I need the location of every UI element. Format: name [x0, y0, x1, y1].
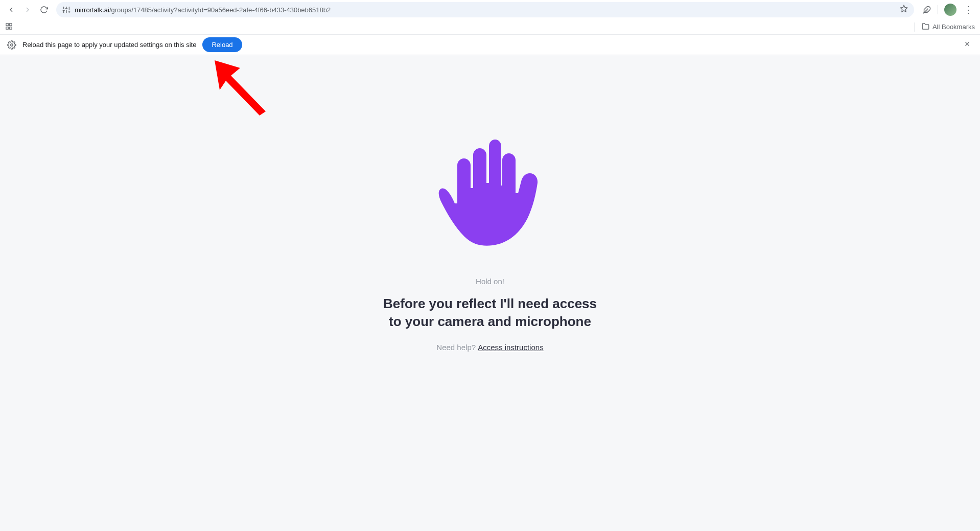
hold-on-text: Hold on! [476, 277, 504, 286]
site-settings-icon[interactable] [62, 6, 71, 14]
browser-menu-icon[interactable]: ⋮ [961, 4, 976, 15]
url-text: mirrortalk.ai/groups/17485/activity?acti… [75, 6, 896, 14]
hand-icon [436, 137, 544, 251]
reload-nav-button[interactable] [37, 3, 51, 17]
forward-button[interactable] [20, 3, 35, 17]
gear-icon [7, 40, 16, 50]
browser-toolbar: mirrortalk.ai/groups/17485/activity?acti… [0, 0, 980, 19]
all-bookmarks-label: All Bookmarks [932, 23, 975, 31]
profile-avatar[interactable] [944, 4, 956, 16]
toolbar-divider [938, 5, 938, 14]
access-instructions-link[interactable]: Access instructions [478, 343, 543, 352]
svg-marker-19 [215, 60, 266, 116]
reload-button[interactable]: Reload [202, 37, 242, 52]
svg-rect-14 [10, 27, 12, 29]
svg-point-16 [11, 43, 13, 46]
svg-rect-15 [6, 27, 8, 29]
close-icon[interactable] [962, 39, 973, 50]
bookmark-star-icon[interactable] [900, 5, 908, 15]
help-text: Need help? Access instructions [436, 343, 543, 352]
permission-heading: Before you reflect I'll need access to y… [383, 295, 597, 331]
folder-icon [922, 22, 929, 32]
svg-rect-12 [6, 23, 8, 25]
back-button[interactable] [4, 3, 18, 17]
apps-grid-icon[interactable] [5, 22, 13, 32]
extensions-icon[interactable] [919, 3, 934, 17]
page-content: Hold on! Before you reflect I'll need ac… [0, 55, 980, 531]
svg-rect-13 [10, 23, 12, 25]
infobar-message: Reload this page to apply your updated s… [22, 41, 196, 49]
bookmarks-bar: All Bookmarks [0, 19, 980, 35]
svg-marker-9 [900, 5, 907, 12]
settings-infobar: Reload this page to apply your updated s… [0, 35, 980, 55]
address-bar[interactable]: mirrortalk.ai/groups/17485/activity?acti… [56, 2, 914, 17]
all-bookmarks-button[interactable]: All Bookmarks [914, 22, 975, 32]
annotation-arrow [215, 60, 276, 122]
